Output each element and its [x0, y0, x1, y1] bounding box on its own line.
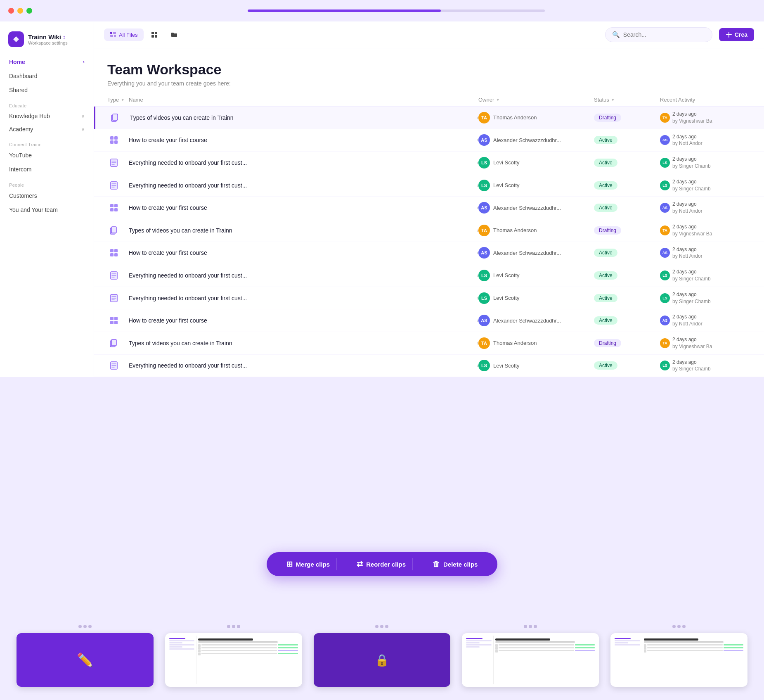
svg-rect-27 — [114, 208, 118, 211]
reorder-clips-button[interactable]: ⇄ Reorder clips — [350, 558, 413, 570]
thumbnail-card-4[interactable] — [462, 633, 599, 687]
file-type-icon — [107, 201, 121, 214]
table-row[interactable]: Everything needed to onboard your first … — [94, 287, 764, 310]
mini-row — [198, 650, 298, 653]
status-badge: Active — [594, 204, 660, 212]
thumbnail-2 — [165, 625, 302, 687]
mini-subtitle — [495, 641, 575, 643]
thumbnail-card-2[interactable] — [165, 633, 302, 687]
svg-rect-32 — [110, 253, 114, 256]
thumbnail-4 — [462, 625, 599, 687]
thumbnail-card-1[interactable]: ✏️ — [17, 633, 154, 687]
app-window: Trainn Wiki ↕ Workspace settings Home › … — [0, 0, 764, 700]
photos-view-button[interactable] — [145, 28, 163, 41]
toolbar: All Files 🔍 — [94, 21, 764, 48]
file-owner: TA Thomas Anderson — [478, 337, 594, 349]
sidebar-logo[interactable]: Trainn Wiki ↕ Workspace settings — [0, 28, 94, 55]
table-row[interactable]: How to create your first course › AS Ale… — [94, 309, 764, 332]
close-button[interactable] — [8, 8, 14, 14]
logo-text: Trainn Wiki ↕ Workspace settings — [28, 33, 68, 45]
file-type-icon — [107, 156, 121, 169]
file-owner: AS Alexander Schwazzzdudhr... — [478, 134, 594, 146]
recent-activity: LS 2 days ago by Singer Chamb — [660, 156, 751, 170]
sidebar-navigation: Home › Dashboard Shared Educate Knowledg… — [0, 55, 94, 216]
svg-rect-25 — [114, 204, 118, 207]
sidebar-item-knowledge-hub[interactable]: Knowledge Hub ∨ — [5, 110, 89, 122]
file-owner: LS Levi Scotty — [478, 180, 594, 191]
file-name: How to create your first course › — [129, 204, 478, 211]
page-title: Team Workspace — [107, 62, 751, 78]
table-row[interactable]: Everything needed to onboard your first … — [94, 174, 764, 197]
thumb-dots-1 — [78, 625, 92, 628]
file-owner: AS Alexander Schwazzzdudhr... — [478, 315, 594, 326]
mini-row — [644, 647, 743, 650]
owner-filter-icon[interactable]: ▼ — [496, 97, 500, 102]
mini-text — [201, 644, 277, 645]
mini-status — [278, 653, 298, 654]
folders-view-button[interactable] — [165, 28, 183, 41]
sidebar-item-intercom[interactable]: Intercom — [5, 163, 89, 176]
activity-avatar: AS — [660, 203, 670, 213]
search-bar[interactable]: 🔍 — [605, 27, 712, 42]
table-row[interactable]: How to create your first course › AS Ale… — [94, 197, 764, 219]
table-row[interactable]: Types of videos you can create in Trainn… — [94, 107, 764, 129]
merge-clips-button[interactable]: ⊞ Merge clips — [280, 558, 337, 570]
mini-ui — [613, 636, 745, 684]
recent-activity: LS 2 days ago by Singer Chamb — [660, 291, 751, 305]
table-row[interactable]: How to create your first course › AS Ale… — [94, 242, 764, 265]
svg-rect-26 — [110, 208, 114, 211]
status-badge: Active — [594, 181, 660, 190]
dot — [534, 625, 537, 628]
delete-clips-button[interactable]: 🗑 Delete clips — [426, 558, 484, 570]
table-row[interactable]: Everything needed to onboard your first … — [94, 264, 764, 287]
recent-activity: LS 2 days ago by Singer Chamb — [660, 268, 751, 282]
file-name: Everything needed to onboard your first … — [129, 362, 478, 369]
thumbnails-section: ✏️ — [0, 612, 764, 700]
mini-text — [647, 650, 723, 651]
mini-main — [196, 636, 299, 684]
svg-rect-11 — [113, 114, 118, 120]
mini-text — [499, 644, 574, 645]
file-type-icon — [107, 359, 121, 372]
status-filter-icon[interactable]: ▼ — [611, 97, 615, 102]
table-row[interactable]: Everything needed to onboard your first … — [94, 152, 764, 174]
sidebar-item-academy[interactable]: Academy ∨ — [5, 123, 89, 135]
mini-line — [466, 638, 482, 639]
minimize-button[interactable] — [17, 8, 23, 14]
thumbnail-card-3[interactable]: 🔒 — [314, 633, 451, 687]
logo-icon — [8, 31, 24, 47]
app-layout: Trainn Wiki ↕ Workspace settings Home › … — [0, 21, 764, 377]
create-button[interactable]: Crea — [719, 28, 754, 41]
thumbnail-card-5[interactable] — [610, 633, 747, 687]
mini-subtitle — [198, 641, 278, 643]
sidebar-item-home[interactable]: Home › — [5, 55, 89, 69]
table-row[interactable]: How to create your first course › AS Ale… — [94, 129, 764, 152]
svg-rect-30 — [110, 249, 114, 252]
dot — [677, 625, 681, 628]
sidebar-item-you-and-your-team[interactable]: You and Your team — [5, 203, 89, 216]
sidebar-item-shared[interactable]: Shared — [5, 83, 89, 97]
mini-status — [575, 644, 595, 645]
all-files-button[interactable]: All Files — [104, 28, 144, 41]
file-type-icon — [107, 337, 121, 350]
mini-row — [198, 647, 298, 650]
sidebar-item-youtube[interactable]: YouTube — [5, 149, 89, 162]
progress-bar-area — [36, 9, 756, 12]
maximize-button[interactable] — [26, 8, 32, 14]
table-row[interactable]: Types of videos you can create in Trainn… — [94, 332, 764, 355]
mini-line — [169, 646, 183, 648]
table-row[interactable]: Everything needed to onboard your first … — [94, 355, 764, 377]
svg-rect-24 — [110, 204, 114, 207]
sidebar-item-dashboard[interactable]: Dashboard — [5, 69, 89, 83]
sidebar-item-customers[interactable]: Customers — [5, 189, 89, 202]
svg-rect-47 — [111, 339, 116, 346]
file-type-icon — [107, 224, 121, 237]
recent-activity: LS 2 days ago by Singer Chamb — [660, 178, 751, 192]
search-input[interactable] — [623, 31, 705, 38]
file-name: Types of videos you can create in Trainn… — [129, 227, 478, 234]
mini-line — [615, 640, 640, 641]
mini-status — [724, 647, 743, 648]
mini-text — [647, 647, 723, 648]
table-row[interactable]: Types of videos you can create in Trainn… — [94, 219, 764, 242]
filter-icon[interactable]: ▼ — [121, 97, 125, 102]
